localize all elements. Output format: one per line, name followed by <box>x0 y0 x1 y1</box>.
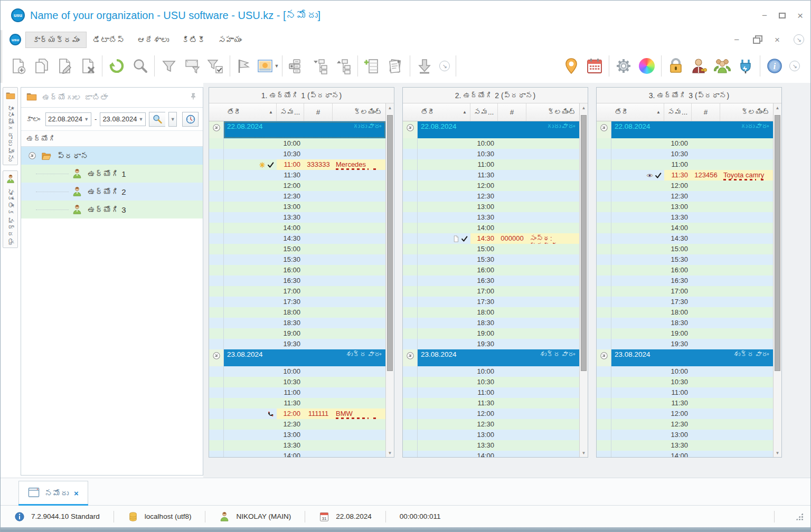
lock-button[interactable] <box>664 54 687 78</box>
mdi-close-button[interactable]: × <box>775 35 780 44</box>
pin-icon[interactable] <box>189 92 197 102</box>
time-slot-row[interactable]: 14:30 <box>209 233 385 244</box>
time-slot-row[interactable]: 15:30 <box>209 254 385 265</box>
date-banner[interactable]: 22.08.2024గురువారం <box>418 121 579 138</box>
time-slot-row[interactable]: 12:30 <box>597 191 773 202</box>
date-banner[interactable]: 23.08.2024శుక్రవారం <box>611 349 773 366</box>
time-slot-row[interactable]: 10:30 <box>597 377 773 387</box>
time-slot-row[interactable]: 10:00 <box>209 138 385 149</box>
mdi-restore-button[interactable] <box>753 35 761 44</box>
scrollbar-thumb[interactable] <box>775 115 780 371</box>
time-slot-row[interactable]: 17:00 <box>209 286 385 297</box>
tree-node-employee-2[interactable]: ఉద్యోగి 2 <box>21 183 203 201</box>
column-header-client[interactable]: క్లయింట్ <box>333 103 385 121</box>
edit-document-button[interactable] <box>53 54 76 78</box>
time-slot-row[interactable]: 12:30 <box>597 419 773 430</box>
vertical-scrollbar[interactable]: ▲▼ <box>773 103 781 457</box>
map-pin-button[interactable] <box>560 54 583 78</box>
toolbar-overflow-icon[interactable]: ↘ <box>789 61 800 71</box>
time-slot-row[interactable]: 10:00 <box>403 138 579 149</box>
time-slot-row[interactable]: 19:00 <box>403 328 579 339</box>
time-slot-row[interactable]: 13:30 <box>209 212 385 223</box>
date-banner-row[interactable]: 23.08.2024శుక్రవారం <box>209 349 385 366</box>
column-header-time[interactable]: సమ... <box>470 103 498 121</box>
date-banner[interactable]: 23.08.2024శుక్రవారం <box>418 349 579 366</box>
time-slot-row[interactable]: 12:00 <box>403 180 579 191</box>
vertical-scrollbar[interactable]: ▲▼ <box>579 103 588 457</box>
search-button[interactable] <box>128 54 152 78</box>
minimize-button[interactable]: − <box>762 11 767 20</box>
menu-item-0[interactable]: కార్యక్రమం <box>25 32 87 48</box>
time-slot-row[interactable]: 12:00 <box>597 180 773 191</box>
time-slot-row[interactable]: 14:00 <box>403 451 579 457</box>
calendar-button[interactable] <box>583 54 606 78</box>
user-group-button[interactable] <box>711 54 734 78</box>
time-slot-row[interactable]: 16:00 <box>209 265 385 276</box>
time-slot-row[interactable]: 11:30 <box>209 170 385 180</box>
time-slot-row[interactable]: 14:30 <box>597 233 773 244</box>
date-banner[interactable]: 22.08.2024గురువారం <box>224 121 385 138</box>
maximize-button[interactable] <box>779 11 786 20</box>
filter-button[interactable] <box>157 54 181 78</box>
time-slot-row[interactable]: 18:30 <box>209 318 385 328</box>
time-slot-row[interactable]: 17:30 <box>597 297 773 307</box>
time-slot-row[interactable]: 13:30 <box>209 440 385 451</box>
search-button[interactable] <box>149 112 165 127</box>
column-header-number[interactable]: # <box>692 103 720 121</box>
time-slot-row[interactable]: 11:00 <box>209 387 385 398</box>
time-slot-row[interactable]: 19:30 <box>597 339 773 349</box>
time-slot-row[interactable]: 18:00 <box>403 307 579 318</box>
time-slot-row[interactable]: 12:00 <box>209 180 385 191</box>
time-slot-row[interactable]: 14:00 <box>597 223 773 233</box>
time-slot-row[interactable]: 10:30 <box>209 149 385 159</box>
date-banner[interactable]: 22.08.2024గురువారం <box>611 121 773 138</box>
date-from-combo[interactable]: 22.08.2024 ▼ <box>45 112 91 126</box>
time-slot-row[interactable]: 13:30 <box>597 212 773 223</box>
time-slot-row[interactable]: 12:30 <box>403 191 579 202</box>
vertical-scrollbar[interactable]: ▲▼ <box>385 103 394 457</box>
appointment-row[interactable]: 14:30000000సంస్థ: వ్యక్తి <box>403 233 579 244</box>
reports-button[interactable] <box>384 54 407 78</box>
scroll-down-icon[interactable]: ▼ <box>580 449 588 457</box>
column-header-date[interactable]: తేదీ▲ <box>611 103 664 121</box>
time-slot-row[interactable]: 18:00 <box>597 307 773 318</box>
refresh-button[interactable] <box>105 54 128 78</box>
time-slot-row[interactable]: 10:30 <box>597 149 773 159</box>
time-slot-row[interactable]: 15:00 <box>209 244 385 254</box>
time-slot-row[interactable]: 17:30 <box>403 297 579 307</box>
date-banner-row[interactable]: 22.08.2024గురువారం <box>209 121 385 138</box>
time-slot-row[interactable]: 17:00 <box>403 286 579 297</box>
column-header-client[interactable]: క్లయింట్ <box>720 103 773 121</box>
time-slot-row[interactable]: 12:30 <box>209 419 385 430</box>
time-slot-row[interactable]: 15:00 <box>597 244 773 254</box>
time-slot-row[interactable]: 14:00 <box>597 451 773 457</box>
time-slot-row[interactable]: 17:00 <box>597 286 773 297</box>
info-button[interactable]: i <box>763 54 786 78</box>
time-slot-row[interactable]: 10:00 <box>403 366 579 377</box>
expand-tree-button[interactable] <box>308 54 332 78</box>
time-slot-row[interactable]: 19:30 <box>209 339 385 349</box>
time-slot-row[interactable]: 16:00 <box>403 265 579 276</box>
column-header-date[interactable]: తేదీ▲ <box>224 103 277 121</box>
tree-node-employee-1[interactable]: ఉద్యోగి 1 <box>21 165 203 183</box>
scroll-up-icon[interactable]: ▲ <box>580 103 588 112</box>
time-slot-row[interactable]: 16:30 <box>209 276 385 286</box>
time-slot-row[interactable]: 12:30 <box>403 419 579 430</box>
column-header-date[interactable]: తేదీ▲ <box>418 103 470 121</box>
column-header-time[interactable]: సమ... <box>664 103 692 121</box>
time-slot-row[interactable]: 19:00 <box>209 328 385 339</box>
time-slot-row[interactable]: 13:00 <box>209 202 385 212</box>
scroll-down-icon[interactable]: ▼ <box>774 449 781 457</box>
column-header-number[interactable]: # <box>498 103 526 121</box>
dock-tab-0[interactable]: వినియోగదారు మెను <box>3 87 18 165</box>
close-button[interactable]: × <box>797 11 803 21</box>
time-slot-row[interactable]: 10:00 <box>209 366 385 377</box>
scrollbar-track[interactable] <box>580 112 588 449</box>
date-banner[interactable]: 23.08.2024శుక్రవారం <box>224 349 385 366</box>
time-slot-row[interactable]: 12:00 <box>403 408 579 419</box>
appointment-row[interactable]: 12:00111111BMW <box>209 408 385 419</box>
add-table-button[interactable] <box>361 54 384 78</box>
time-slot-row[interactable]: 13:00 <box>209 430 385 440</box>
image-preview-button[interactable]: ▼ <box>256 54 279 78</box>
date-banner-row[interactable]: 23.08.2024శుక్రవారం <box>597 349 773 366</box>
